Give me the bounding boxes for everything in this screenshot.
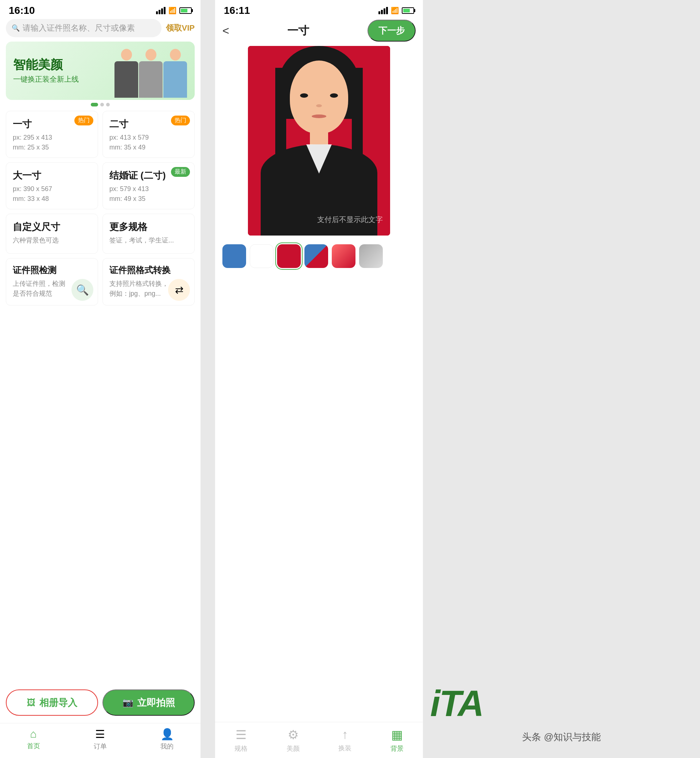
right-eye: [330, 93, 338, 98]
convert-icon: ⇄: [168, 279, 190, 301]
orders-icon: ☰: [95, 728, 105, 741]
banner-subtitle: 一键换正装全新上线: [13, 74, 79, 84]
right-status-bar: 16:11 📶: [215, 0, 423, 19]
custom-size-item[interactable]: 自定义尺寸 六种背景色可选: [6, 214, 98, 254]
color-white[interactable]: [250, 244, 273, 268]
photo-frame: 支付后不显示此文字: [248, 46, 390, 236]
more-formats-item[interactable]: 更多规格 签证，考试，学生证...: [102, 214, 195, 254]
signal-icon: [156, 7, 166, 14]
photo-preview: 支付后不显示此文字: [215, 42, 423, 239]
back-button[interactable]: <: [222, 24, 229, 38]
nav-orders[interactable]: ☰ 订单: [67, 728, 133, 751]
detection-feature[interactable]: 证件照检测 上传证件照，检测是否符合规范 🔍: [6, 258, 98, 306]
nav-home-label: 首页: [27, 742, 40, 750]
size-sub-3: px: 390 x 567 mm: 33 x 48: [13, 184, 91, 204]
size-item-yicun[interactable]: 一寸 px: 295 x 413 mm: 25 x 35 热门: [6, 111, 98, 158]
specs-icon: ☰: [236, 727, 247, 742]
custom-sub: 六种背景色可选: [13, 236, 91, 245]
hot-badge-2: 热门: [171, 116, 190, 125]
outfit-icon: ↑: [342, 727, 348, 742]
color-options: [215, 239, 423, 273]
tool-beauty[interactable]: ⚙ 美颜: [267, 722, 319, 758]
bottom-watermark: 头条 @知识与技能: [423, 731, 700, 744]
next-step-button[interactable]: 下一步: [367, 20, 416, 42]
size-item-jiehunzheng[interactable]: 结婚证 (二寸) px: 579 x 413 mm: 49 x 35 最新: [102, 162, 195, 209]
banner-text: 智能美颜 一键换正装全新上线: [13, 57, 79, 84]
size-item-ercun[interactable]: 二寸 px: 413 x 579 mm: 35 x 49 热门: [102, 111, 195, 158]
left-time: 16:10: [9, 5, 35, 16]
more-sub: 签证，考试，学生证...: [109, 236, 188, 245]
banner[interactable]: 智能美颜 一键换正装全新上线: [6, 42, 195, 100]
vip-button[interactable]: 领取VIP: [166, 23, 195, 34]
side-fill: iTA 头条 @知识与技能: [423, 0, 700, 758]
wifi-icon: 📶: [169, 6, 177, 14]
banner-title: 智能美颜: [13, 57, 79, 72]
banner-section: 智能美颜 一键换正装全新上线: [0, 42, 200, 106]
right-time: 16:11: [224, 5, 250, 16]
size-sub-4: px: 579 x 413 mm: 49 x 35: [109, 184, 188, 204]
nav-orders-label: 订单: [94, 742, 107, 751]
convert-feature[interactable]: 证件照格式转换 支持照片格式转换，例如：jpg、png... ⇄: [102, 258, 195, 306]
mouth: [312, 114, 326, 118]
custom-grid: 自定义尺寸 六种背景色可选 更多规格 签证，考试，学生证...: [0, 214, 200, 254]
home-icon: ⌂: [30, 728, 37, 740]
album-icon: 🖼: [27, 697, 36, 708]
album-label: 相册导入: [39, 696, 77, 709]
search-placeholder-text: 请输入证件照名称、尺寸或像素: [23, 23, 135, 34]
nav-home[interactable]: ⌂ 首页: [0, 728, 67, 751]
ita-logo: iTA: [430, 685, 483, 722]
left-phone: 16:10 📶 🔍 请输入证件照名称、尺寸或像素 领取VIP: [0, 0, 200, 758]
feature-section: 证件照检测 上传证件照，检测是否符合规范 🔍 证件照格式转换 支持照片格式转换，…: [0, 254, 200, 306]
left-eye: [300, 93, 308, 98]
nav-profile[interactable]: 👤 我的: [134, 728, 200, 751]
photo-size-grid: 一寸 px: 295 x 413 mm: 25 x 35 热门 二寸 px: 4…: [0, 111, 200, 209]
watermark-area: iTA: [430, 685, 483, 722]
right-status-icons: 📶: [378, 6, 414, 14]
left-status-bar: 16:10 📶: [0, 0, 200, 19]
left-status-icons: 📶: [156, 6, 192, 14]
search-icon: 🔍: [12, 24, 20, 32]
outfit-label: 换装: [338, 744, 352, 753]
photo-watermark: 支付后不显示此文字: [317, 215, 383, 225]
color-gradient-red[interactable]: [332, 244, 355, 268]
custom-title: 自定义尺寸: [13, 220, 91, 233]
color-red[interactable]: [277, 244, 301, 268]
profile-icon: 👤: [161, 728, 174, 741]
tool-outfit[interactable]: ↑ 换装: [319, 722, 371, 758]
search-bar: 🔍 请输入证件照名称、尺寸或像素 领取VIP: [0, 19, 200, 37]
size-sub-2: px: 413 x 579 mm: 35 x 49: [109, 133, 188, 152]
face: [290, 61, 348, 133]
size-sub-1: px: 295 x 413 mm: 25 x 35: [13, 133, 91, 152]
camera-label: 立即拍照: [137, 696, 175, 709]
bottom-tools: ☰ 规格 ⚙ 美颜 ↑ 换装 ▦ 背景: [215, 722, 423, 758]
color-blue[interactable]: [222, 244, 246, 268]
nav-profile-label: 我的: [161, 742, 173, 751]
color-gradient-blue-red[interactable]: [305, 244, 328, 268]
search-input[interactable]: 🔍 请输入证件照名称、尺寸或像素: [6, 19, 161, 37]
right-phone: 16:11 📶 < 一寸 下一步: [215, 0, 423, 758]
detection-icon: 🔍: [72, 279, 93, 301]
banner-image: [114, 42, 195, 100]
beauty-label: 美颜: [287, 744, 300, 753]
platform-label: 头条: [522, 731, 541, 744]
tool-specs[interactable]: ☰ 规格: [215, 722, 267, 758]
size-item-dayicun[interactable]: 大一寸 px: 390 x 567 mm: 33 x 48: [6, 162, 98, 209]
take-photo-button[interactable]: 📷 立即拍照: [102, 689, 195, 716]
color-gray[interactable]: [359, 244, 383, 268]
battery-icon: [180, 7, 192, 14]
banner-dot-3: [106, 103, 110, 106]
detection-title: 证件照检测: [13, 264, 91, 276]
right-battery-icon: [402, 7, 414, 14]
right-header: < 一寸 下一步: [215, 19, 423, 42]
spacer: [215, 273, 423, 722]
convert-title: 证件照格式转换: [109, 264, 188, 276]
new-badge-4: 最新: [171, 167, 190, 177]
bottom-buttons: 🖼 相册导入 📷 立即拍照: [0, 682, 200, 723]
size-title-3: 大一寸: [13, 169, 91, 182]
more-title: 更多规格: [109, 220, 188, 233]
collar: [306, 144, 332, 173]
album-import-button[interactable]: 🖼 相册导入: [6, 689, 98, 716]
nose: [316, 104, 322, 107]
tool-background[interactable]: ▦ 背景: [371, 722, 423, 758]
right-wifi-icon: 📶: [391, 6, 399, 14]
